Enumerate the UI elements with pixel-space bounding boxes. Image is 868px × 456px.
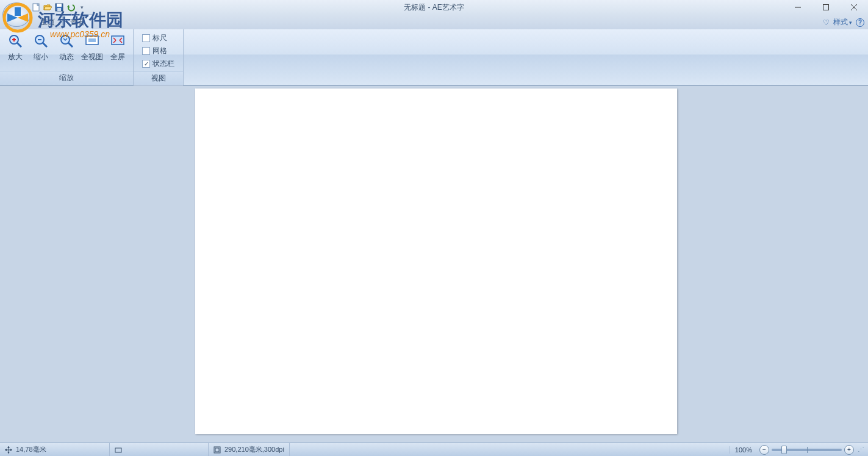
cursor-position-icon: [5, 446, 12, 454]
zoom-group-label: 缩放: [0, 71, 133, 85]
grid-label: 网格: [152, 46, 167, 56]
cursor-position-value: 14,78毫米: [16, 445, 46, 454]
title-bar: ▾ 无标题 - AE艺术字: [0, 0, 868, 15]
ribbon-minimize-icon[interactable]: ♡: [823, 18, 830, 27]
view-group-label: 视图: [134, 71, 183, 85]
checkbox-checked-icon: ✓: [142, 60, 150, 68]
svg-rect-5: [57, 8, 61, 11]
qat-customize-icon[interactable]: ▾: [79, 2, 85, 13]
help-icon[interactable]: ?: [856, 18, 864, 27]
quick-access-toolbar: ▾: [30, 2, 85, 13]
zoom-out-label: 缩小: [34, 52, 48, 62]
zoom-slider-thumb[interactable]: [781, 446, 787, 454]
window-title: 无标题 - AE艺术字: [404, 2, 464, 13]
dynamic-zoom-icon: [59, 33, 74, 49]
fit-view-label: 全视图: [81, 52, 103, 62]
status-object-section: [110, 443, 209, 456]
style-dropdown[interactable]: 样式 ▾: [833, 17, 852, 27]
ruler-label: 标尺: [152, 33, 167, 43]
ribbon-tabs: 主页 查看 ♡ 样式 ▾ ?: [0, 15, 868, 29]
ribbon: 放大 缩小 动态 全视图 全屏 缩放 标尺: [0, 29, 868, 85]
svg-line-11: [17, 43, 21, 47]
zoom-minus-button[interactable]: −: [759, 445, 769, 455]
dynamic-zoom-label: 动态: [59, 52, 74, 62]
qat-undo-icon[interactable]: [65, 2, 76, 13]
ruler-checkbox[interactable]: 标尺: [140, 32, 177, 45]
dynamic-zoom-button[interactable]: 动态: [54, 31, 79, 71]
statusbar-checkbox[interactable]: ✓ 状态栏: [140, 57, 177, 70]
zoom-in-icon: [7, 33, 23, 49]
svg-rect-21: [112, 36, 124, 45]
status-page-section: 290,210毫米,300dpi: [209, 443, 290, 456]
close-button[interactable]: [840, 0, 868, 15]
maximize-button[interactable]: [812, 0, 840, 15]
checkbox-icon: [142, 34, 150, 42]
qat-open-icon[interactable]: [42, 2, 53, 13]
status-cursor-section: 14,78毫米: [0, 443, 110, 456]
zoom-in-button[interactable]: 放大: [2, 31, 28, 71]
fit-view-icon: [84, 33, 100, 49]
style-label: 样式: [833, 17, 848, 27]
page-size-value: 290,210毫米,300dpi: [224, 445, 284, 454]
svg-line-15: [43, 43, 47, 47]
zoom-percent-value[interactable]: 100%: [730, 446, 757, 454]
svg-rect-7: [823, 5, 829, 10]
tab-view[interactable]: 查看: [62, 14, 93, 29]
app-menu-button[interactable]: [2, 2, 30, 27]
svg-line-18: [68, 43, 73, 47]
status-bar: 14,78毫米 290,210毫米,300dpi 100% − + ⋰: [0, 443, 868, 456]
svg-rect-24: [115, 448, 121, 452]
statusbar-label: 状态栏: [152, 59, 174, 69]
zoom-out-button[interactable]: 缩小: [28, 31, 54, 71]
qat-save-icon[interactable]: [54, 2, 65, 13]
status-zoom-controls: 100% − + ⋰: [730, 445, 866, 455]
page-size-icon: [213, 446, 221, 454]
ribbon-group-zoom: 放大 缩小 动态 全视图 全屏 缩放: [0, 29, 134, 85]
workspace[interactable]: [0, 85, 868, 443]
svg-rect-20: [88, 38, 96, 42]
zoom-out-icon: [33, 33, 49, 49]
resize-grip-icon[interactable]: ⋰: [856, 446, 866, 454]
svg-rect-26: [215, 448, 219, 452]
fullscreen-button[interactable]: 全屏: [105, 31, 131, 71]
canvas[interactable]: [195, 89, 677, 434]
object-size-icon: [115, 446, 122, 454]
fit-view-button[interactable]: 全视图: [79, 31, 105, 71]
ribbon-group-view: 标尺 网格 ✓ 状态栏 视图: [134, 29, 184, 85]
minimize-button[interactable]: [784, 0, 812, 15]
zoom-plus-button[interactable]: +: [844, 445, 854, 455]
checkbox-icon: [142, 47, 150, 55]
zoom-slider[interactable]: [772, 449, 842, 451]
qat-new-icon[interactable]: [30, 2, 41, 13]
tab-home[interactable]: 主页: [33, 15, 62, 29]
fullscreen-label: 全屏: [110, 52, 125, 62]
zoom-in-label: 放大: [8, 52, 23, 62]
grid-checkbox[interactable]: 网格: [140, 45, 177, 57]
fullscreen-icon: [110, 33, 126, 49]
window-controls: [784, 0, 868, 15]
svg-rect-4: [57, 4, 62, 7]
